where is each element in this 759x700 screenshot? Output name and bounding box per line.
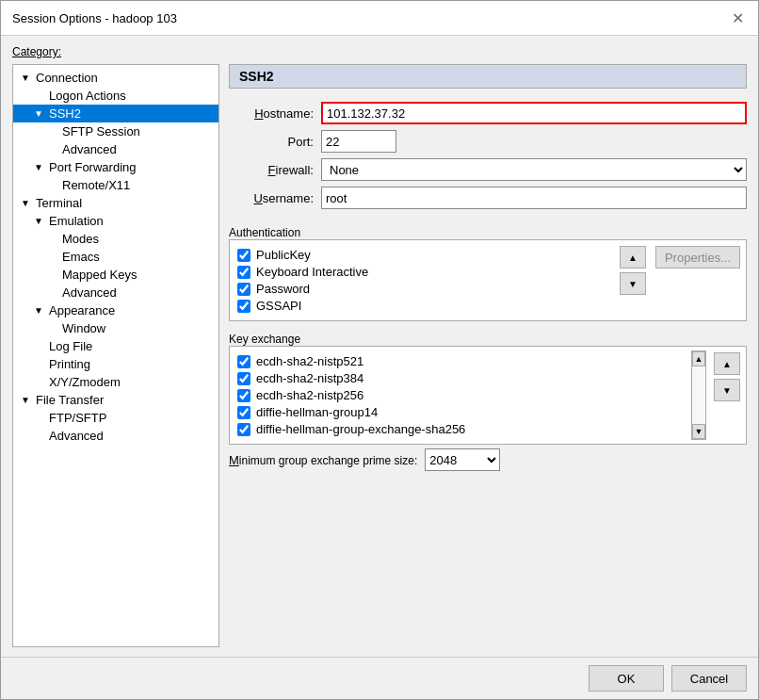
keyex-up-button[interactable]: ▲ [714,352,740,375]
keyex-checkbox-0[interactable] [237,355,250,368]
auth-label-3: GSSAPI [256,299,301,313]
firewall-select[interactable]: None [321,158,747,181]
auth-checkbox-2[interactable] [237,283,250,296]
auth-item-1[interactable]: Keyboard Interactive [237,265,608,279]
keyex-down-button[interactable]: ▼ [714,379,740,401]
right-panel: SSH2 Hostname: Port: Firewall: [229,64,747,647]
hostname-row: Hostname: [229,102,747,124]
sidebar-item-label-advanced-ft: Advanced [49,429,104,443]
sidebar-item-label-advanced-term: Advanced [62,285,117,300]
sidebar-item-log-file[interactable]: Log File [13,337,218,355]
sidebar-item-window[interactable]: Window [13,319,218,337]
dialog-title: Session Options - hadoop 103 [12,11,177,25]
port-input[interactable] [321,130,396,153]
keyex-scrollbar: ▲ ▼ [691,350,706,440]
keyex-checkbox-2[interactable] [237,389,250,402]
keyex-checkbox-4[interactable] [237,423,250,436]
auth-properties-area: Properties... [654,244,742,317]
tree-arrow-port-forwarding: ▼ [34,162,45,172]
sidebar-item-label-window: Window [62,321,105,335]
title-bar: Session Options - hadoop 103 ✕ [1,1,758,36]
sidebar-item-label-log-file: Log File [49,339,92,353]
keyex-section-box: ecdh-sha2-nistp521ecdh-sha2-nistp384ecdh… [229,346,747,445]
sidebar-item-label-emulation: Emulation [49,214,104,228]
auth-label-2: Password [256,282,310,296]
hostname-input[interactable] [321,102,747,124]
category-tree: ▼ConnectionLogon Actions▼SSH2SFTP Sessio… [12,64,219,647]
tree-arrow-emulation: ▼ [34,216,45,226]
username-input[interactable] [321,187,747,209]
keyex-side-buttons: ▲ ▼ [712,350,742,440]
auth-side-buttons: ▲ ▼ [618,244,648,317]
sidebar-item-file-transfer[interactable]: ▼File Transfer [13,391,218,409]
sidebar-item-xy-zmodem[interactable]: X/Y/Zmodem [13,373,218,391]
auth-down-button[interactable]: ▼ [620,272,646,295]
session-options-dialog: Session Options - hadoop 103 ✕ Category:… [0,0,759,700]
sidebar-item-label-ssh2: SSH2 [49,106,81,121]
sidebar-item-sftp-session[interactable]: SFTP Session [13,122,218,140]
sidebar-item-mapped-keys[interactable]: Mapped Keys [13,266,218,284]
sidebar-item-modes[interactable]: Modes [13,230,218,248]
sidebar-item-advanced-term[interactable]: Advanced [13,284,218,301]
panel-title: SSH2 [229,64,747,89]
keyex-scroll-down[interactable]: ▼ [692,424,705,439]
keyex-item-0[interactable]: ecdh-sha2-nistp521 [237,354,682,368]
cancel-button[interactable]: Cancel [671,665,747,692]
sidebar-item-label-file-transfer: File Transfer [36,393,104,407]
keyex-item-4[interactable]: diffie-hellman-group-exchange-sha256 [237,422,682,436]
auth-item-0[interactable]: PublicKey [237,248,608,262]
sidebar-item-emacs[interactable]: Emacs [13,248,218,266]
auth-up-button[interactable]: ▲ [620,246,646,269]
sidebar-item-label-printing: Printing [49,357,90,371]
sidebar-item-logon-actions[interactable]: Logon Actions [13,87,218,105]
properties-button[interactable]: Properties... [655,246,740,269]
form-section: Hostname: Port: Firewall: None [229,96,747,215]
sidebar-item-connection[interactable]: ▼Connection [13,69,218,87]
sidebar-item-label-remote-x11: Remote/X11 [62,178,130,192]
auth-section-box: PublicKeyKeyboard InteractivePasswordGSS… [229,239,747,321]
sidebar-item-printing[interactable]: Printing [13,355,218,373]
sidebar-item-ssh2[interactable]: ▼SSH2 [13,105,218,122]
keyex-checkbox-1[interactable] [237,372,250,385]
sidebar-item-label-xy-zmodem: X/Y/Zmodem [49,375,121,389]
keyex-item-1[interactable]: ecdh-sha2-nistp384 [237,371,682,385]
sidebar-item-label-sftp-session: SFTP Session [62,124,140,138]
keyex-item-3[interactable]: diffie-hellman-group14 [237,405,682,419]
close-button[interactable]: ✕ [728,8,747,27]
sidebar-item-label-connection: Connection [36,71,98,85]
keyex-scroll-up[interactable]: ▲ [692,351,705,366]
auth-checkbox-3[interactable] [237,300,250,313]
firewall-row: Firewall: None [229,158,747,181]
auth-checkbox-1[interactable] [237,266,250,279]
sidebar-item-advanced-ft[interactable]: Advanced [13,427,218,445]
sidebar-item-label-advanced-conn: Advanced [62,142,117,156]
sidebar-item-ftp-sftp[interactable]: FTP/SFTP [13,409,218,427]
keyex-scroll-track [692,366,705,424]
auth-section-label: Authentication [229,226,747,239]
auth-item-3[interactable]: GSSAPI [237,299,608,313]
sidebar-item-emulation[interactable]: ▼Emulation [13,212,218,230]
sidebar-item-label-logon-actions: Logon Actions [49,89,126,103]
sidebar-item-label-terminal: Terminal [36,196,82,210]
ok-button[interactable]: OK [589,665,664,692]
port-label: Port: [229,135,314,149]
auth-checkbox-0[interactable] [237,249,250,262]
sidebar-item-remote-x11[interactable]: Remote/X11 [13,176,218,194]
keyex-label-1: ecdh-sha2-nistp384 [256,371,363,385]
min-group-select[interactable]: 1024 2048 4096 [425,448,500,471]
auth-label-0: PublicKey [256,248,311,262]
keyex-item-2[interactable]: ecdh-sha2-nistp256 [237,388,682,402]
sidebar-item-advanced-conn[interactable]: Advanced [13,140,218,158]
tree-arrow-connection: ▼ [21,73,32,83]
min-group-label: Minimum group exchange prime size: [229,453,417,467]
sidebar-item-port-forwarding[interactable]: ▼Port Forwarding [13,158,218,176]
hostname-label: Hostname: [229,106,314,121]
sidebar-item-label-modes: Modes [62,232,99,246]
sidebar-item-appearance[interactable]: ▼Appearance [13,301,218,319]
auth-label-1: Keyboard Interactive [256,265,368,279]
keyex-checkbox-3[interactable] [237,406,250,419]
sidebar-item-label-port-forwarding: Port Forwarding [49,160,136,174]
sidebar-item-label-emacs: Emacs [62,250,100,264]
sidebar-item-terminal[interactable]: ▼Terminal [13,194,218,212]
auth-item-2[interactable]: Password [237,282,608,296]
